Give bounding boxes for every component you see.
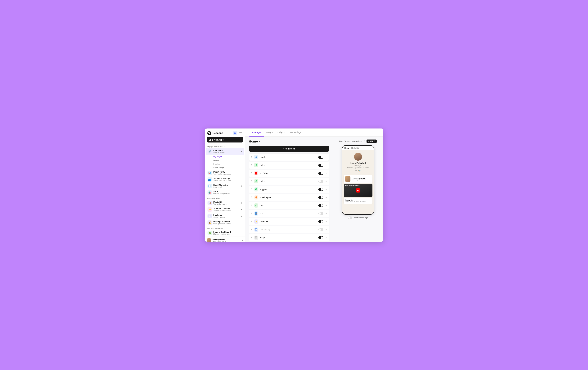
avatar-image xyxy=(207,238,211,242)
toggle-kofi[interactable] xyxy=(318,212,323,215)
add-apps-button[interactable]: ⊞ ⊞ Add Apps xyxy=(207,137,243,142)
phone-tabs: Home Media Kit xyxy=(342,146,374,150)
drag-handle[interactable]: ⠿ xyxy=(251,236,252,239)
ai-outreach-title: AI Brand Outreach xyxy=(213,207,239,210)
more-menu-links-3[interactable]: ··· xyxy=(325,204,327,207)
more-menu-support[interactable]: ··· xyxy=(325,188,327,191)
toggle-image[interactable] xyxy=(318,236,323,239)
sidebar-item-income-dashboard[interactable]: 🌿 Income Dashboard Manage your finances xyxy=(206,230,244,236)
header-icons xyxy=(233,131,243,135)
sidebar-sub-design[interactable]: Design xyxy=(206,158,244,162)
page-dropdown-icon[interactable]: ▾ xyxy=(259,140,260,143)
drag-handle[interactable]: ⠿ xyxy=(251,180,252,183)
sidebar-item-post-activity[interactable]: 📊 Post Activity Track and analyze posts xyxy=(206,170,244,176)
drag-handle[interactable]: ⠿ xyxy=(251,204,252,207)
toggle-links-2[interactable] xyxy=(318,180,323,183)
tab-insights[interactable]: Insights xyxy=(275,129,287,137)
sidebar-item-ai-outreach[interactable]: ✨ AI Brand Outreach Auto-generate outrea… xyxy=(206,206,244,213)
sidebar-sub-site-settings[interactable]: Site Settings xyxy=(206,166,244,170)
drag-handle[interactable]: ⠿ xyxy=(251,212,252,215)
block-item-links-3: ⠿ Links ··· xyxy=(249,202,329,209)
drag-handle[interactable]: ⠿ xyxy=(251,156,252,158)
link-in-bio-icon: 🔗 xyxy=(208,149,212,154)
toggle-header[interactable] xyxy=(318,156,323,159)
more-menu-youtube[interactable]: ··· xyxy=(325,172,327,175)
block-item-community: ⠿ Community ··· xyxy=(249,226,329,233)
video-title: Henry Fellerhoff - Wait... xyxy=(345,185,360,186)
sidebar-item-email-marketing[interactable]: ✉️ Email Marketing Send emails ▼ xyxy=(206,183,244,189)
phone-tab-media-kit[interactable]: Media Kit xyxy=(351,147,359,150)
more-menu-header[interactable]: ··· xyxy=(325,156,327,159)
svg-point-9 xyxy=(256,156,257,157)
share-button[interactable]: SHARE xyxy=(367,140,377,143)
sidebar-item-store[interactable]: 🛍️ Store Manage your products xyxy=(206,189,244,196)
drag-handle[interactable]: ⠿ xyxy=(251,164,252,166)
more-menu-links-2[interactable]: ··· xyxy=(325,180,327,183)
more-menu-email-signup[interactable]: ··· xyxy=(325,196,327,199)
toggle-links-3[interactable] xyxy=(318,204,323,207)
profile-bio: Software Engineer and Musician xyxy=(347,167,369,169)
pricing-calc-subtitle: Price sponsored content xyxy=(213,223,242,225)
invoicing-subtitle: Create invoices xyxy=(213,216,239,218)
email-marketing-title: Email Marketing xyxy=(213,184,239,186)
toggle-links-1[interactable] xyxy=(318,164,323,167)
tab-design[interactable]: Design xyxy=(264,129,275,137)
app-container: Beacons xyxy=(205,129,383,242)
link-in-bio-title: Link In Bio xyxy=(213,149,239,152)
profile-name: Henry Fellerhoff xyxy=(350,162,366,164)
sidebar-item-invoicing[interactable]: 📄 Invoicing Create invoices ▼ xyxy=(206,213,244,219)
more-menu-media-kit[interactable]: ··· xyxy=(325,220,327,223)
more-menu-community[interactable]: ··· xyxy=(325,228,327,231)
drag-handle[interactable]: ⠿ xyxy=(251,188,252,191)
tab-site-settings[interactable]: Site Settings xyxy=(287,129,304,137)
block-name-links-3: Links xyxy=(260,204,317,207)
sidebar-item-link-in-bio[interactable]: 🔗 Link In Bio Website builder ▲ xyxy=(206,148,244,155)
drag-handle[interactable]: ⠿ xyxy=(251,229,252,231)
sidebar-footer[interactable]: @henryfellерh... henry@beacons.ai ▼ xyxy=(205,236,245,242)
menu-icon-btn[interactable] xyxy=(238,131,243,135)
block-list: ⠿ Header ··· ⠿ Links xyxy=(249,153,329,241)
footer-email: henry@beacons.ai xyxy=(212,240,240,242)
more-menu-image[interactable]: ··· xyxy=(325,236,327,239)
more-menu-kofi[interactable]: ··· xyxy=(325,212,327,215)
block-item-media-kit-block: ⠿ ✨ Media Kit ··· xyxy=(249,218,329,225)
personal-website-card[interactable]: Personal Website www.henryfellerhoff.com xyxy=(344,175,372,183)
main-content: My Pages Design Insights Site Settings H… xyxy=(245,129,383,242)
store-icon: 🛍️ xyxy=(208,190,212,195)
toggle-support[interactable] xyxy=(318,188,323,191)
play-button[interactable]: ▶ xyxy=(356,188,360,193)
toggle-community[interactable] xyxy=(318,228,323,231)
user-avatar xyxy=(207,238,211,242)
block-name-header: Header xyxy=(260,156,317,158)
link-card-thumbnail xyxy=(345,176,350,182)
phone-tab-home[interactable]: Home xyxy=(345,147,349,150)
block-icon-header xyxy=(254,155,258,159)
pricing-calc-title: Pricing Calculator xyxy=(213,220,242,223)
hide-logo-toggle[interactable] xyxy=(348,217,352,219)
drag-handle[interactable]: ⠿ xyxy=(251,220,252,223)
sidebar-item-media-kit[interactable]: 📋 Media Kit Your digital resume ▼ xyxy=(206,200,244,206)
add-block-button[interactable]: + Add block xyxy=(249,146,329,152)
toggle-email-signup[interactable] xyxy=(318,196,323,199)
toggle-youtube[interactable] xyxy=(318,172,323,175)
footer-text: @henryfellерh... henry@beacons.ai xyxy=(212,238,240,242)
drag-handle[interactable]: ⠿ xyxy=(251,172,252,174)
modern-fm-card[interactable]: Modern.fm Sample packs for music produce… xyxy=(344,198,372,204)
link-thumb-image xyxy=(345,176,350,182)
user-icon-btn[interactable] xyxy=(233,131,237,135)
sidebar-item-audience-manager[interactable]: 👥 Audience Manager View & search your fa… xyxy=(206,176,244,183)
sidebar-item-pricing-calc[interactable]: 💰 Pricing Calculator Price sponsored con… xyxy=(206,219,244,226)
video-card[interactable]: Henry Fellerhoff - Wait... ▶ xyxy=(344,184,372,197)
svg-rect-21 xyxy=(255,237,257,239)
svg-text:✨: ✨ xyxy=(255,220,257,223)
block-item-links-2: ⠿ Links ··· xyxy=(249,178,329,185)
profile-photo xyxy=(354,152,362,161)
tab-my-pages[interactable]: My Pages xyxy=(250,129,264,137)
toggle-media-kit[interactable] xyxy=(318,220,323,223)
hide-logo-row: Hide Beacons Logo xyxy=(348,217,368,219)
sidebar-sub-insights[interactable]: Insights xyxy=(206,162,244,166)
block-name-support: Support xyxy=(260,188,317,191)
sidebar-sub-my-pages[interactable]: My Pages xyxy=(206,155,244,158)
drag-handle[interactable]: ⠿ xyxy=(251,196,252,199)
more-menu-links-1[interactable]: ··· xyxy=(325,164,327,167)
